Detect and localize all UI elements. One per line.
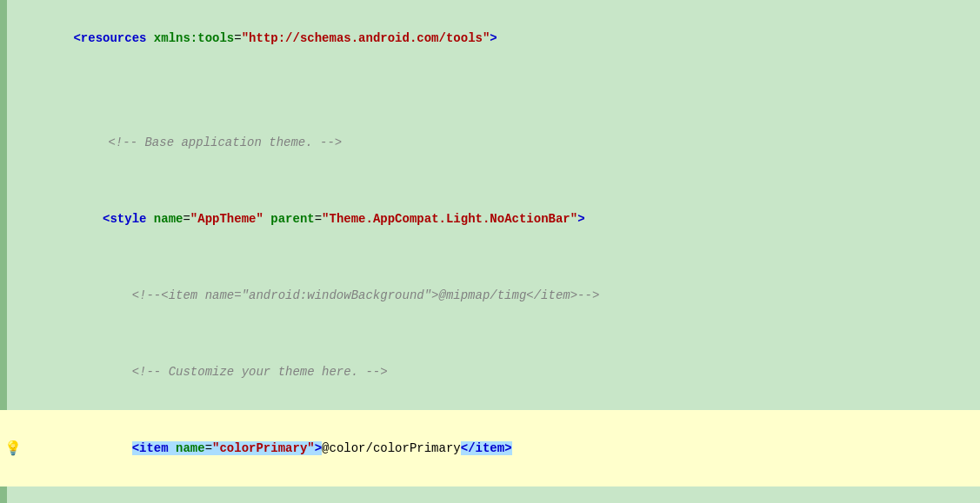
code-line-1: <resources xmlns:tools="http://schemas.a…	[0, 0, 980, 76]
tag-name: resources	[81, 31, 147, 45]
code-line-empty-1	[0, 76, 980, 104]
comment-window: <!--<item name="android:windowBackground…	[132, 288, 600, 302]
attr-name: name	[154, 212, 183, 226]
item-tag-close: </item>	[461, 441, 512, 455]
code-line-color-primary: 💡 <item name="colorPrimary">@color/color…	[0, 410, 980, 486]
line-content-c1: <!-- Base application theme. -->	[26, 104, 980, 181]
parent-value: "Theme.AppCompat.Light.NoActionBar"	[322, 212, 577, 226]
bracket: <	[73, 31, 80, 45]
bracket-close: >	[490, 31, 497, 45]
gutter-bulb: 💡	[0, 440, 26, 457]
line-content-e1	[26, 76, 980, 104]
equals: =	[234, 31, 241, 45]
code-line-comment-1: <!-- Base application theme. -->	[0, 104, 980, 181]
attr-value: "AppTheme"	[190, 212, 263, 226]
tag-style: style	[110, 212, 146, 226]
comment-text: <!-- Base application theme. -->	[108, 136, 342, 149]
comment-customize: <!-- Customize your theme here. -->	[132, 365, 388, 379]
line-content-1: <resources xmlns:tools="http://schemas.a…	[26, 0, 980, 76]
code-line-color-dark: <item name="colorPrimaryDark">@color/col…	[0, 486, 980, 503]
item-tag-open: <item name="colorPrimary">	[132, 441, 322, 455]
code-line-style1: <style name="AppTheme" parent="Theme.App…	[0, 181, 980, 257]
code-editor: <resources xmlns:tools="http://schemas.a…	[0, 0, 980, 503]
code-line-comment-2: <!--<item name="android:windowBackground…	[0, 257, 980, 334]
line-content-primary: <item name="colorPrimary">@color/colorPr…	[26, 410, 980, 486]
line-content-s1: <style name="AppTheme" parent="Theme.App…	[26, 181, 980, 257]
lightbulb-icon: 💡	[4, 440, 22, 457]
line-content-dark: <item name="colorPrimaryDark">@color/col…	[26, 486, 980, 503]
line-content-c2: <!--<item name="android:windowBackground…	[26, 257, 980, 334]
line-content-c3: <!-- Customize your theme here. -->	[26, 334, 980, 410]
attr-value: "http://schemas.android.com/tools"	[242, 31, 490, 45]
attr-name: xmlns:tools	[154, 31, 234, 45]
code-line-comment-3: <!-- Customize your theme here. -->	[0, 334, 980, 410]
bracket-close: >	[577, 212, 584, 226]
item-value: @color/colorPrimary	[322, 441, 461, 455]
attr-parent: parent	[270, 212, 314, 226]
